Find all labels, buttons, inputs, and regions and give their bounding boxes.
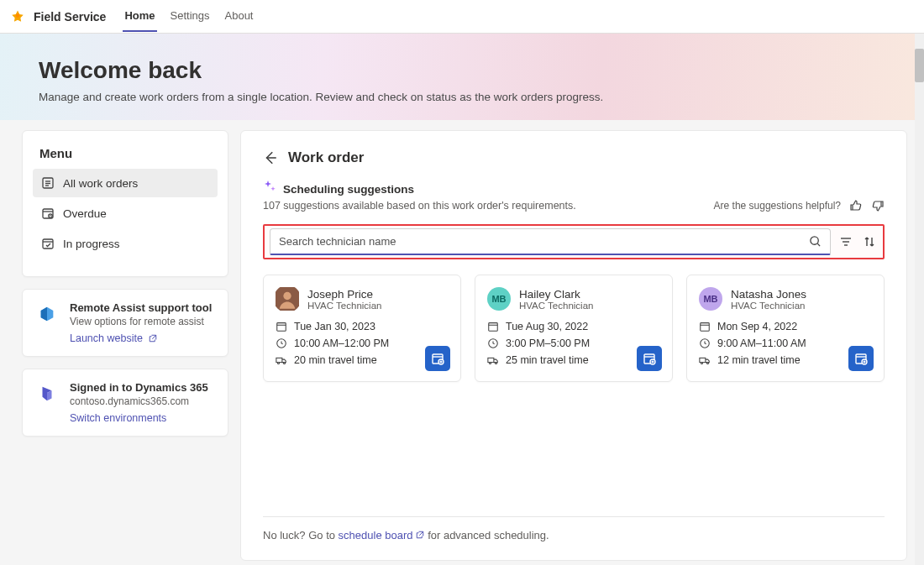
- assign-button[interactable]: [425, 346, 450, 371]
- technician-time: 9:00 AM–11:00 AM: [717, 337, 806, 349]
- technician-time: 10:00 AM–12:00 PM: [294, 337, 389, 349]
- sparkle-icon: [263, 180, 276, 193]
- technician-name: Joseph Price: [307, 288, 381, 301]
- thumbs-down-icon[interactable]: [871, 199, 885, 212]
- banner-heading: Welcome back: [39, 57, 885, 84]
- avatar: MB: [699, 287, 722, 311]
- calendar-icon: [487, 321, 499, 332]
- calendar-icon: [276, 321, 287, 332]
- launch-website-link[interactable]: Launch website: [70, 332, 212, 344]
- menu-item-label: In progress: [63, 238, 120, 250]
- technician-role: HVAC Technician: [519, 301, 593, 311]
- technician-name: Hailey Clark: [519, 288, 593, 301]
- work-order-header: Work order: [263, 149, 885, 166]
- progress-icon: [41, 237, 55, 250]
- svg-point-24: [283, 362, 285, 364]
- menu-card: Menu All work orders Overdue In progress: [22, 130, 228, 277]
- technician-cards: Joseph Price HVAC Technician Tue Jan 30,…: [263, 275, 885, 382]
- menu-item-label: All work orders: [63, 177, 138, 190]
- tool-sub: View options for remote assist: [70, 316, 212, 327]
- schedule-board-link[interactable]: schedule board: [339, 529, 425, 541]
- nav-settings[interactable]: Settings: [169, 1, 212, 32]
- app-title: Field Service: [34, 10, 106, 24]
- top-nav: Field Service Home Settings About: [0, 0, 924, 34]
- overdue-icon: [41, 207, 55, 220]
- technician-card[interactable]: Joseph Price HVAC Technician Tue Jan 30,…: [263, 275, 461, 382]
- truck-icon: [276, 354, 287, 366]
- thumbs-up-icon[interactable]: [849, 199, 863, 212]
- technician-card[interactable]: MB Natasha Jones HVAC Technician Mon Sep…: [686, 275, 885, 382]
- technician-date: Mon Sep 4, 2022: [717, 321, 797, 332]
- external-link-icon: [148, 333, 158, 343]
- suggestions-header: Scheduling suggestions: [263, 180, 885, 196]
- svg-rect-37: [701, 323, 710, 332]
- filter-button[interactable]: [837, 233, 854, 250]
- nav-about[interactable]: About: [223, 1, 255, 32]
- technician-role: HVAC Technician: [731, 301, 806, 311]
- scrollbar-thumb[interactable]: [915, 49, 924, 82]
- clock-icon: [276, 337, 287, 349]
- feedback-group: Are the suggestions helpful?: [714, 199, 885, 212]
- svg-rect-40: [700, 358, 706, 362]
- search-row-highlight: [263, 224, 885, 259]
- menu-item-all-work-orders[interactable]: All work orders: [33, 169, 218, 197]
- list-icon: [41, 176, 55, 190]
- svg-rect-28: [489, 323, 498, 332]
- assign-button[interactable]: [848, 346, 874, 371]
- technician-name: Natasha Jones: [731, 288, 806, 301]
- search-icon[interactable]: [809, 235, 822, 248]
- tool-title: Signed in to Dynamics 365: [70, 381, 208, 394]
- welcome-banner: Welcome back Manage and create work orde…: [0, 34, 924, 120]
- suggestions-sub-row: 107 suggestions available based on this …: [263, 199, 885, 212]
- menu-item-in-progress[interactable]: In progress: [33, 229, 218, 258]
- nav-home[interactable]: Home: [123, 1, 156, 32]
- svg-point-12: [811, 237, 818, 244]
- search-input[interactable]: [279, 235, 809, 248]
- avatar: MB: [487, 287, 511, 311]
- svg-rect-19: [277, 323, 286, 332]
- svg-rect-31: [488, 358, 494, 362]
- clock-icon: [699, 337, 711, 349]
- suggestions-title: Scheduling suggestions: [283, 183, 414, 196]
- dynamics-card: Signed in to Dynamics 365 contoso.dynami…: [22, 369, 228, 437]
- menu-title: Menu: [33, 146, 218, 169]
- feedback-label: Are the suggestions helpful?: [714, 200, 841, 212]
- nav-links: Home Settings About: [123, 1, 255, 32]
- remote-assist-card: Remote Assist support tool View options …: [22, 289, 228, 357]
- remote-assist-icon: [34, 301, 60, 327]
- suggestions-count: 107 suggestions available based on this …: [263, 200, 576, 212]
- menu-item-label: Overdue: [63, 207, 107, 220]
- footer-prefix: No luck? Go to: [263, 529, 339, 541]
- svg-line-13: [817, 243, 820, 246]
- technician-travel: 20 min travel time: [294, 354, 377, 366]
- app-logo-icon: [10, 9, 25, 24]
- tool-title: Remote Assist support tool: [70, 301, 212, 314]
- dynamics-icon: [34, 381, 60, 406]
- svg-point-23: [277, 362, 279, 364]
- assign-button[interactable]: [637, 346, 662, 371]
- footer-hint: No luck? Go to schedule board for advanc…: [263, 516, 885, 541]
- switch-environments-link[interactable]: Switch environments: [70, 412, 208, 424]
- work-order-title: Work order: [288, 149, 364, 166]
- search-box[interactable]: [270, 228, 831, 255]
- truck-icon: [699, 354, 711, 366]
- back-button[interactable]: [263, 150, 278, 165]
- menu-item-overdue[interactable]: Overdue: [33, 199, 218, 228]
- footer-suffix: for advanced scheduling.: [425, 529, 549, 541]
- technician-role: HVAC Technician: [307, 301, 381, 311]
- content-area: Menu All work orders Overdue In progress: [0, 117, 924, 565]
- svg-point-33: [495, 362, 496, 364]
- svg-point-42: [706, 362, 708, 364]
- technician-card[interactable]: MB Hailey Clark HVAC Technician Tue Aug …: [475, 275, 673, 382]
- sort-button[interactable]: [861, 233, 878, 250]
- scrollbar-track[interactable]: [915, 34, 924, 565]
- svg-point-18: [283, 292, 291, 300]
- avatar: [276, 287, 299, 311]
- banner-subtext: Manage and create work orders from a sin…: [39, 91, 885, 103]
- svg-point-0: [16, 13, 20, 18]
- technician-time: 3:00 PM–5:00 PM: [506, 337, 590, 349]
- technician-date: Tue Aug 30, 2022: [506, 321, 588, 332]
- truck-icon: [487, 354, 499, 366]
- external-link-icon: [415, 530, 425, 540]
- technician-travel: 25 min travel time: [506, 354, 589, 366]
